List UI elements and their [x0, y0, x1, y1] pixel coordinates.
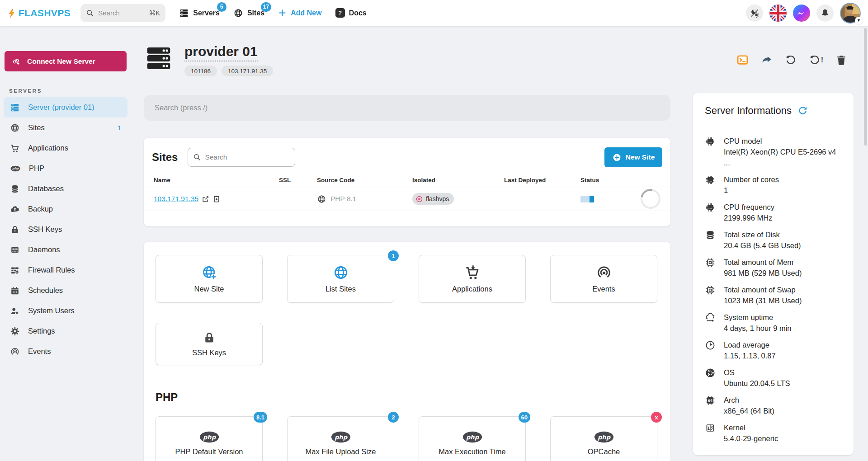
- sidebar-menu: Server (provider 01) Sites 1 Application…: [4, 97, 127, 362]
- list-sites-card[interactable]: 1 List Sites: [287, 255, 394, 303]
- ssh-keys-card[interactable]: SSH Keys: [156, 323, 263, 365]
- share-button[interactable]: [761, 54, 773, 66]
- php-logo: php: [594, 431, 614, 443]
- clipboard-icon[interactable]: [212, 195, 221, 203]
- applications-card[interactable]: Applications: [419, 255, 526, 303]
- global-search[interactable]: ⌘K: [80, 4, 165, 22]
- sidebar-item-label: Server (provider 01): [28, 103, 94, 112]
- info-value: 5.4.0-29-generic: [724, 433, 778, 444]
- language-flag-button[interactable]: [769, 5, 787, 22]
- external-link-icon[interactable]: [202, 195, 209, 203]
- sidebar-item-server[interactable]: Server (provider 01): [4, 97, 127, 118]
- restore-button[interactable]: [785, 54, 797, 66]
- cpu-chip-icon: [705, 136, 716, 147]
- sidebar-item-label: Settings: [28, 327, 55, 335]
- sidebar-item-events[interactable]: Events: [4, 341, 127, 362]
- sidebar-item-databases[interactable]: Databases: [4, 179, 127, 199]
- main-content: provider 01 101186 103.171.91.35 ! Sites: [131, 26, 868, 461]
- delete-server-button[interactable]: [835, 54, 847, 66]
- plus-circle-icon: [612, 153, 622, 162]
- site-link[interactable]: 103.171.91.35: [154, 195, 198, 203]
- cart-icon: [10, 143, 20, 153]
- cloud-upload-icon: [10, 204, 20, 214]
- refresh-icon[interactable]: [797, 106, 808, 116]
- info-item-cpu-model: CPU modelIntel(R) Xeon(R) CPU E5-2696 v4…: [705, 136, 842, 168]
- info-value: 1: [724, 185, 779, 196]
- theme-toggle-button[interactable]: [746, 5, 763, 22]
- user-gear-icon: [10, 306, 20, 316]
- php-logo: php: [330, 431, 351, 443]
- info-label: Kernel: [724, 422, 778, 433]
- sidebar-item-sites[interactable]: Sites 1: [4, 118, 127, 138]
- events-pulse-icon: [10, 347, 20, 357]
- info-value: Ubuntu 20.04.5 LTS: [724, 378, 790, 389]
- sidebar-item-label: Firewall Rules: [28, 266, 75, 274]
- sidebar-item-backup[interactable]: Backup: [4, 199, 127, 219]
- sidebar: Connect New Server SERVERS Server (provi…: [0, 26, 131, 461]
- page-scrollbar[interactable]: [864, 28, 867, 146]
- terminal-button[interactable]: [736, 54, 749, 66]
- sites-count: 1: [118, 124, 121, 132]
- list-sites-badge: 1: [388, 250, 399, 261]
- svg-text:php: php: [466, 434, 480, 441]
- clock-icon: [705, 340, 716, 351]
- sidebar-item-php[interactable]: php PHP: [4, 158, 127, 179]
- php-section-title: PHP: [156, 391, 178, 404]
- nav-servers[interactable]: Servers 5: [179, 8, 220, 18]
- navbar-right-actions: ▼: [746, 3, 861, 24]
- sidebar-item-system-users[interactable]: System Users: [4, 301, 127, 321]
- info-item-memory: Total amount of Mem981 MB (529 MB Used): [705, 257, 842, 278]
- sidebar-item-firewall-rules[interactable]: Firewall Rules: [4, 260, 127, 280]
- user-avatar[interactable]: ▼: [840, 3, 861, 24]
- global-search-input[interactable]: [98, 9, 140, 17]
- max-execution-time-card[interactable]: 60 php Max Execution Time: [419, 416, 526, 461]
- sidebar-item-label: Applications: [28, 144, 68, 152]
- info-label: Total size of Disk: [724, 229, 801, 240]
- info-label: OS: [724, 367, 790, 378]
- server-ip-badge: 103.171.91.35: [222, 66, 273, 76]
- card-label: OPCache: [588, 447, 620, 456]
- sites-panel-title: Sites: [152, 151, 178, 164]
- server-actions: !: [736, 54, 847, 66]
- sidebar-item-schedules[interactable]: Schedules: [4, 280, 127, 301]
- php-default-version-card[interactable]: 8.1 php PHP Default Version: [156, 416, 263, 461]
- globe-icon: [317, 194, 326, 204]
- sites-search[interactable]: [188, 148, 295, 167]
- page-search-input[interactable]: [144, 95, 670, 121]
- sidebar-item-daemons[interactable]: Daemons: [4, 240, 127, 260]
- sidebar-item-applications[interactable]: Applications: [4, 138, 127, 158]
- share-arrow-icon: [761, 54, 773, 66]
- restore-alert-button[interactable]: !: [809, 54, 823, 66]
- new-site-button[interactable]: New Site: [604, 147, 662, 167]
- brand-logo[interactable]: FLASHVPS: [7, 8, 71, 19]
- svg-text:2: 2: [711, 425, 713, 428]
- nav-sites[interactable]: Sites 17: [233, 8, 264, 18]
- info-label: Load average: [724, 339, 776, 350]
- connect-new-server-button[interactable]: Connect New Server: [5, 51, 127, 71]
- nav-add-new[interactable]: Add New: [278, 9, 321, 17]
- nav-docs[interactable]: ? Docs: [335, 8, 367, 18]
- new-site-card[interactable]: New Site: [156, 255, 263, 303]
- sidebar-item-label: Databases: [28, 184, 64, 193]
- search-icon: [193, 153, 201, 161]
- opcache-card[interactable]: x php OPCache: [550, 416, 657, 461]
- chevron-down-icon[interactable]: ▼: [855, 17, 863, 24]
- notifications-button[interactable]: [816, 5, 834, 22]
- events-card[interactable]: Events: [550, 255, 657, 303]
- col-name: Name: [154, 177, 279, 183]
- info-label: CPU frequency: [724, 202, 774, 212]
- info-value: 20.4 GB (5.4 GB Used): [724, 240, 801, 251]
- messenger-button[interactable]: [793, 5, 810, 22]
- sidebar-item-label: Daemons: [28, 245, 60, 254]
- uk-flag-icon: [769, 5, 787, 22]
- sites-search-input[interactable]: [205, 153, 282, 161]
- memory-icon: [705, 285, 716, 296]
- sidebar-item-label: SSH Keys: [28, 225, 62, 234]
- opcache-status-badge: x: [651, 412, 662, 423]
- info-value: 981 MB (529 MB Used): [724, 268, 802, 278]
- sidebar-item-settings[interactable]: Settings: [4, 321, 127, 341]
- sidebar-item-ssh-keys[interactable]: SSH Keys: [4, 219, 127, 240]
- max-file-upload-card[interactable]: 2 php Max File Upload Size: [287, 416, 394, 461]
- php-version-badge: 8.1: [254, 412, 267, 423]
- php-logo: php: [199, 431, 220, 443]
